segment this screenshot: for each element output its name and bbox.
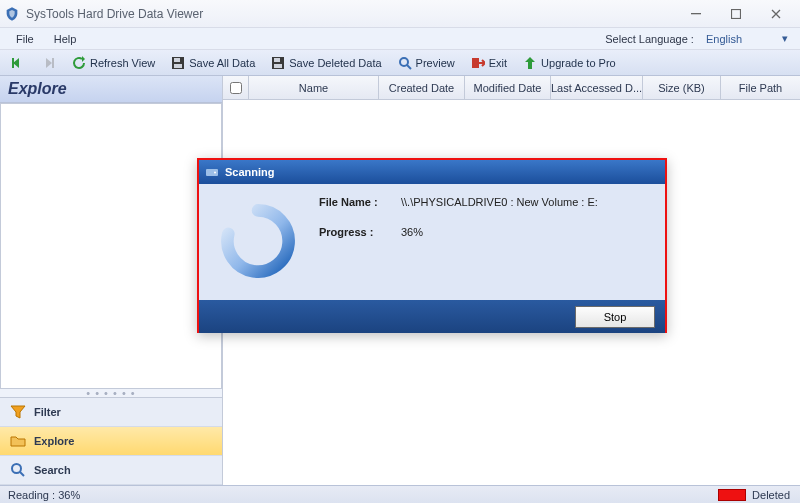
left-panel-header: Explore: [0, 76, 222, 103]
svg-rect-8: [274, 58, 280, 62]
column-modified[interactable]: Modified Date: [465, 76, 551, 99]
progress-label: Progress :: [319, 226, 391, 238]
funnel-icon: [10, 404, 26, 420]
save-all-button[interactable]: Save All Data: [165, 54, 261, 72]
exit-button[interactable]: Exit: [465, 54, 513, 72]
magnifier-icon: [398, 56, 412, 70]
svg-point-10: [400, 58, 408, 66]
floppy-icon: [171, 56, 185, 70]
select-all-checkbox[interactable]: [230, 82, 242, 94]
filename-value: \\.\PHYSICALDRIVE0 : New Volume : E:: [401, 196, 598, 208]
stop-button[interactable]: Stop: [575, 306, 655, 328]
exit-icon: [471, 56, 485, 70]
svg-rect-3: [52, 58, 54, 68]
svg-rect-1: [732, 9, 741, 18]
app-logo-icon: [4, 6, 20, 22]
svg-rect-5: [174, 58, 180, 62]
svg-rect-6: [174, 64, 182, 68]
column-path[interactable]: File Path: [721, 76, 800, 99]
progress-ring-icon: [213, 196, 303, 286]
svg-rect-0: [691, 13, 701, 14]
title-bar: SysTools Hard Drive Data Viewer: [0, 0, 800, 28]
column-name[interactable]: Name: [249, 76, 379, 99]
filename-label: File Name :: [319, 196, 391, 208]
language-value: English: [706, 33, 742, 45]
nav-next-button[interactable]: [36, 54, 62, 72]
floppy-icon: [271, 56, 285, 70]
drive-icon: [205, 165, 219, 179]
magnifier-icon: [10, 462, 26, 478]
status-reading: Reading : 36%: [0, 489, 88, 501]
menu-bar: File Help Select Language : English ▾: [0, 28, 800, 50]
tab-filter[interactable]: Filter: [0, 398, 222, 427]
column-accessed[interactable]: Last Accessed D...: [551, 76, 643, 99]
maximize-button[interactable]: [716, 0, 756, 28]
svg-point-14: [214, 172, 216, 174]
splitter-handle[interactable]: • • • • • •: [0, 389, 222, 397]
folder-icon: [10, 433, 26, 449]
tab-explore[interactable]: Explore: [0, 427, 222, 456]
save-deleted-button[interactable]: Save Deleted Data: [265, 54, 387, 72]
left-panel: Explore • • • • • • Filter Explore Searc…: [0, 76, 223, 485]
nav-first-button[interactable]: [6, 54, 32, 72]
dialog-title: Scanning: [225, 166, 275, 178]
svg-point-12: [12, 464, 21, 473]
column-size[interactable]: Size (KB): [643, 76, 721, 99]
arrow-up-icon: [523, 56, 537, 70]
dialog-title-bar[interactable]: Scanning: [199, 160, 665, 184]
toolbar: Refresh View Save All Data Save Deleted …: [0, 50, 800, 76]
scanning-dialog: Scanning File Name : \\.\PHYSICALDRIVE0 …: [197, 158, 667, 333]
chevron-down-icon: ▾: [782, 32, 788, 45]
column-checkbox[interactable]: [223, 76, 249, 99]
close-button[interactable]: [756, 0, 796, 28]
status-bar: Reading : 36% Deleted: [0, 485, 800, 503]
language-label: Select Language :: [605, 33, 694, 45]
menu-help[interactable]: Help: [44, 31, 87, 47]
tab-search[interactable]: Search: [0, 456, 222, 485]
svg-rect-2: [12, 58, 14, 68]
svg-rect-11: [472, 58, 479, 68]
column-created[interactable]: Created Date: [379, 76, 465, 99]
refresh-icon: [72, 56, 86, 70]
minimize-button[interactable]: [676, 0, 716, 28]
tree-view[interactable]: [0, 103, 222, 389]
menu-file[interactable]: File: [6, 31, 44, 47]
svg-rect-13: [206, 169, 218, 176]
status-deleted-label: Deleted: [752, 489, 800, 501]
deleted-color-swatch: [718, 489, 746, 501]
grid-header: Name Created Date Modified Date Last Acc…: [223, 76, 800, 100]
svg-rect-9: [274, 64, 282, 68]
window-title: SysTools Hard Drive Data Viewer: [26, 7, 676, 21]
preview-button[interactable]: Preview: [392, 54, 461, 72]
language-select[interactable]: English ▾: [700, 30, 794, 47]
upgrade-button[interactable]: Upgrade to Pro: [517, 54, 622, 72]
progress-value: 36%: [401, 226, 423, 238]
refresh-button[interactable]: Refresh View: [66, 54, 161, 72]
